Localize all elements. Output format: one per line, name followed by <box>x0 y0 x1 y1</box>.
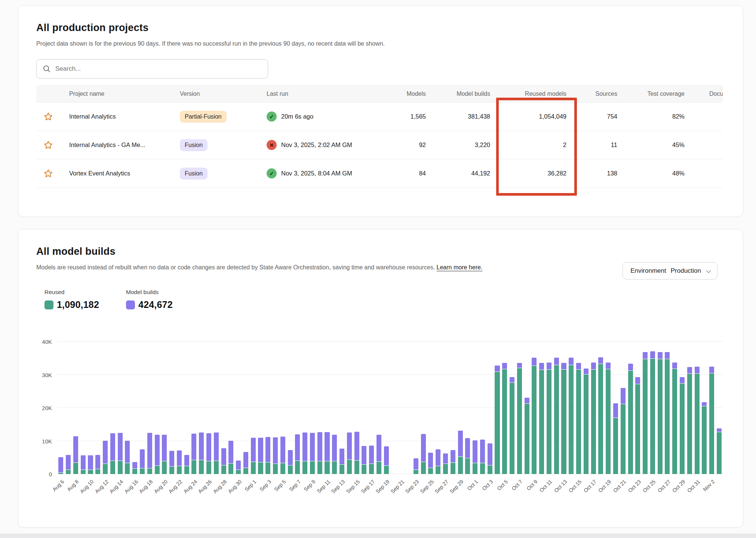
project-link[interactable]: Vortex Event Analytics <box>69 170 130 177</box>
model-builds-segment <box>66 455 71 470</box>
reused-segment <box>554 365 559 474</box>
reused-segment <box>214 461 219 474</box>
x-axis-tick: Oct 15 <box>568 479 583 493</box>
reused-segment <box>369 464 374 474</box>
reused-segment <box>310 461 315 474</box>
reused-segment <box>384 466 389 474</box>
reused-segment <box>635 384 640 474</box>
search-input[interactable] <box>55 65 262 73</box>
bar-oct-7 <box>516 342 523 474</box>
bar-aug-23 <box>183 342 190 474</box>
model-builds-segment <box>103 441 108 464</box>
model-builds-segment <box>628 364 633 370</box>
reused-segment <box>643 359 648 474</box>
project-link[interactable]: Internal Analytics - GA Me... <box>69 141 145 148</box>
reused-segment <box>125 463 130 474</box>
bar-oct-13 <box>560 342 568 474</box>
chart-legend: Reused 1,090,182 Model builds 424,672 <box>44 289 725 310</box>
model-builds-segment <box>547 363 551 370</box>
x-axis-tick: Sep 13 <box>330 479 346 495</box>
x-axis-tick: Oct 1 <box>466 479 479 492</box>
col-last-run: Last run <box>258 91 374 97</box>
favorite-star-icon[interactable] <box>43 140 54 151</box>
bar-sep-9 <box>309 342 316 474</box>
reused-segment <box>517 368 522 474</box>
x-axis-tick: Sep 19 <box>375 479 391 495</box>
environment-label: Environment <box>630 267 666 275</box>
bar-sep-19 <box>382 342 390 474</box>
bar-aug-26 <box>205 342 213 474</box>
reused-segment <box>362 465 366 474</box>
model-builds-segment <box>443 453 448 464</box>
model-builds-segment <box>354 432 359 460</box>
model-builds-segment <box>251 438 256 462</box>
model-builds-segment <box>465 438 470 458</box>
bar-aug-20 <box>161 342 168 474</box>
bar-oct-21 <box>619 342 627 474</box>
table-row: Internal Analytics - GA Me... Fusion Nov… <box>36 131 723 159</box>
model-builds-segment <box>687 367 692 373</box>
x-axis-tick: Sep 25 <box>419 479 435 495</box>
reused-segment <box>339 465 344 474</box>
model-builds-segment <box>525 398 529 403</box>
x-axis-tick: Aug 22 <box>168 479 184 495</box>
bar-oct-4 <box>494 342 501 474</box>
reused-segment <box>650 359 655 474</box>
model-builds-segment <box>709 367 714 373</box>
learn-more-link[interactable]: Learn more here. <box>437 264 483 270</box>
model-builds-segment <box>717 428 722 432</box>
reused-segment <box>169 467 174 474</box>
project-link[interactable]: Internal Analytics <box>69 113 116 120</box>
bar-sep-20 <box>390 342 397 474</box>
model-builds-segment <box>436 449 440 466</box>
reused-segment <box>147 468 152 474</box>
bar-oct-18 <box>597 342 605 474</box>
model-builds-segment <box>177 450 182 466</box>
bar-sep-23 <box>412 342 420 474</box>
model-builds-segment <box>473 440 477 463</box>
model-builds-segment <box>347 432 352 459</box>
reused-segment <box>709 373 714 474</box>
favorite-star-icon[interactable] <box>43 168 54 179</box>
model-builds-segment <box>302 432 307 461</box>
bar-sep-29 <box>457 342 464 474</box>
model-builds-segment <box>613 403 618 418</box>
model-builds-count: 381,438 <box>430 113 494 120</box>
reused-segment <box>258 462 263 474</box>
model-builds-segment <box>621 388 626 404</box>
bar-oct-5 <box>501 342 508 474</box>
x-axis-tick: Aug 26 <box>197 479 213 495</box>
x-axis-tick: Oct 27 <box>656 479 671 493</box>
model-builds-segment <box>643 352 648 359</box>
model-builds-segment <box>339 449 344 464</box>
model-builds-segment <box>265 437 270 462</box>
col-documentation: Docum <box>688 91 723 97</box>
version-badge: Partial-Fusion <box>180 111 227 123</box>
x-axis-tick: Oct 17 <box>583 479 597 493</box>
model-builds-segment <box>118 433 123 460</box>
reused-segment <box>317 461 322 474</box>
model-builds-segment <box>606 363 611 369</box>
bar-aug-12 <box>102 342 109 474</box>
model-builds-segment <box>680 377 685 383</box>
x-axis-tick: Aug 12 <box>93 479 110 495</box>
x-axis-tick: Aug 30 <box>227 479 243 495</box>
x-axis-tick: Aug 14 <box>108 479 125 495</box>
model-builds-segment <box>73 436 78 462</box>
model-builds-segment <box>650 351 655 358</box>
bar-sep-17 <box>368 342 375 474</box>
bar-aug-9 <box>79 342 87 474</box>
bar-aug-11 <box>94 342 102 474</box>
bar-oct-9 <box>531 342 538 474</box>
run-status-icon <box>267 168 277 178</box>
reused-segment <box>302 461 307 474</box>
version-badge: Fusion <box>180 139 208 151</box>
model-builds-segment <box>228 441 233 463</box>
model-builds-segment <box>480 440 485 463</box>
favorite-star-icon[interactable] <box>43 111 54 122</box>
x-axis-tick: Oct 19 <box>597 479 612 493</box>
environment-select[interactable]: Environment Production <box>623 262 717 279</box>
project-search[interactable] <box>36 59 268 79</box>
test-coverage-value: 45% <box>621 141 688 149</box>
model-builds-segment <box>362 446 366 465</box>
